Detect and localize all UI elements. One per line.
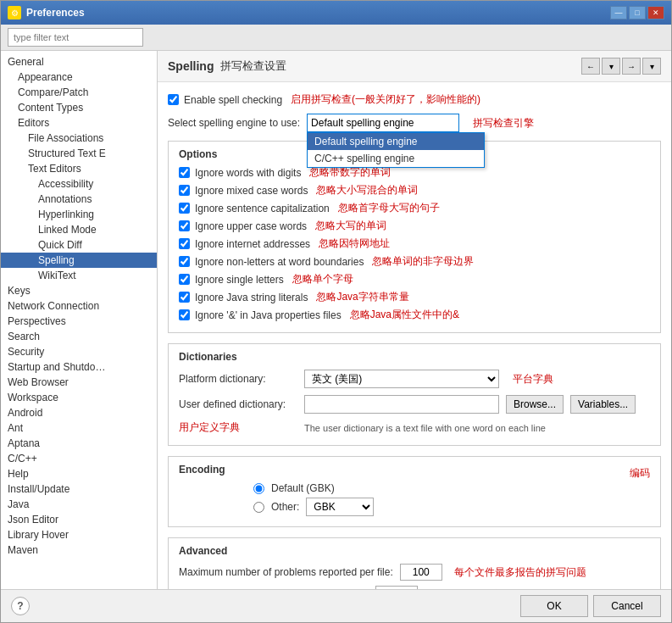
options-section: Options Ignore words with digits 忽略带数字的单… <box>168 141 661 333</box>
sidebar-item-accessibility[interactable]: Accessibility <box>1 176 157 192</box>
sidebar-item-keys[interactable]: Keys <box>1 283 157 298</box>
ignore-internet-label: Ignore internet addresses <box>195 238 310 250</box>
sidebar-item-editors[interactable]: Editors <box>1 115 157 131</box>
app-icon: ⚙ <box>8 6 21 19</box>
sidebar-item-spelling[interactable]: Spelling <box>1 253 157 268</box>
minimize-button[interactable]: — <box>610 6 627 19</box>
variables-button[interactable]: Variables... <box>570 395 636 414</box>
nav-menu-button[interactable]: ▾ <box>642 58 661 75</box>
sidebar-item-general[interactable]: General <box>1 54 157 70</box>
enable-spell-checkbox[interactable] <box>168 94 179 105</box>
ignore-ampersand-label: Ignore '&' in Java properties files <box>195 309 342 321</box>
max-proposals-cn: 最多的修正建议数 <box>430 587 511 590</box>
ignore-mixed-cn: 忽略大小写混合的单词 <box>316 183 418 197</box>
user-dict-input[interactable] <box>304 395 499 414</box>
sidebar-item-ant[interactable]: Ant <box>1 420 157 436</box>
sidebar-item-json-editor[interactable]: Json Editor <box>1 512 157 527</box>
ignore-ampersand-cn: 忽略Java属性文件中的& <box>350 308 459 322</box>
encoding-other-radio[interactable] <box>253 502 264 513</box>
sidebar-item-perspectives[interactable]: Perspectives <box>1 314 157 329</box>
ignore-java-string-checkbox[interactable] <box>179 292 190 303</box>
option-ignore-nonletters: Ignore non-letters at word boundaries 忽略… <box>179 254 650 269</box>
sidebar-item-linked-mode[interactable]: Linked Mode <box>1 222 157 237</box>
sidebar-item-java[interactable]: Java <box>1 497 157 512</box>
sidebar-item-file-associations[interactable]: File Associations <box>1 131 157 146</box>
sidebar-item-library-hover[interactable]: Library Hover <box>1 527 157 542</box>
sidebar-item-aptana[interactable]: Aptana <box>1 436 157 451</box>
ignore-mixed-checkbox[interactable] <box>179 185 190 196</box>
encoding-default-radio[interactable] <box>253 483 264 494</box>
option-ignore-sentence: Ignore sentence capitalization 忽略首字母大写的句… <box>179 201 650 215</box>
sidebar-item-workspace[interactable]: Workspace <box>1 390 157 405</box>
ok-button[interactable]: OK <box>520 595 588 617</box>
option-ignore-single: Ignore single letters 忽略单个字母 <box>179 272 650 286</box>
sidebar-item-quick-diff[interactable]: Quick Diff <box>1 237 157 253</box>
max-problems-row: Maximum number of problems reported per … <box>179 564 650 581</box>
user-dict-note: The user dictionary is a text file with … <box>304 423 546 433</box>
ignore-nonletters-checkbox[interactable] <box>179 256 190 267</box>
platform-dict-select[interactable]: 英文 (美国) <box>304 370 499 388</box>
user-dict-cn: 用户定义字典 <box>179 420 297 435</box>
ignore-java-string-label: Ignore Java string literals <box>195 292 308 303</box>
option-ignore-ampersand: Ignore '&' in Java properties files 忽略Ja… <box>179 308 650 322</box>
dropdown-button[interactable]: ▾ <box>602 58 620 75</box>
user-dict-cn-row: 用户定义字典 The user dictionary is a text fil… <box>179 420 636 435</box>
browse-button[interactable]: Browse... <box>506 395 564 414</box>
ignore-sentence-label: Ignore sentence capitalization <box>195 203 330 214</box>
filter-input[interactable] <box>8 28 143 47</box>
sidebar-item-help[interactable]: Help <box>1 466 157 481</box>
preferences-window: ⚙ Preferences — □ ✕ General Appearance C… <box>0 0 672 623</box>
ignore-ampersand-checkbox[interactable] <box>179 309 190 320</box>
sidebar-item-android[interactable]: Android <box>1 405 157 420</box>
encoding-section: Encoding 编码 Default (GBK) Other: GBK <box>168 456 661 527</box>
back-button[interactable]: ← <box>581 58 600 75</box>
forward-button[interactable]: → <box>622 58 641 75</box>
dropdown-item-default[interactable]: Default spelling engine <box>308 133 484 150</box>
sidebar-item-content-types[interactable]: Content Types <box>1 100 157 115</box>
maximize-button[interactable]: □ <box>629 6 646 19</box>
engine-select[interactable]: Default spelling engine C/C++ spelling e… <box>307 114 459 132</box>
sidebar-item-appearance[interactable]: Appearance <box>1 70 157 85</box>
user-dict-row: User defined dictionary: Browse... Varia… <box>179 395 636 414</box>
dict-title: Dictionaries <box>179 351 650 363</box>
encoding-other-select[interactable]: GBK <box>306 498 374 516</box>
sidebar-item-cplusplus[interactable]: C/C++ <box>1 451 157 466</box>
engine-row: Select spelling engine to use: Default s… <box>168 114 661 132</box>
ignore-single-checkbox[interactable] <box>179 274 190 285</box>
cancel-button[interactable]: Cancel <box>593 595 661 617</box>
platform-dict-label: Platform dictionary: <box>179 373 297 385</box>
sidebar-item-structured-text[interactable]: Structured Text E <box>1 146 157 161</box>
advanced-section: Advanced Maximum number of problems repo… <box>168 537 661 589</box>
ignore-upper-checkbox[interactable] <box>179 220 190 231</box>
sidebar-item-text-editors[interactable]: Text Editors <box>1 161 157 176</box>
help-button[interactable]: ? <box>11 597 30 615</box>
sidebar-item-security[interactable]: Security <box>1 344 157 359</box>
sidebar-item-maven[interactable]: Maven <box>1 542 157 558</box>
dropdown-item-cpp[interactable]: C/C++ spelling engine <box>308 150 484 167</box>
ignore-java-string-cn: 忽略Java字符串常量 <box>316 290 408 304</box>
ignore-digits-checkbox[interactable] <box>179 167 190 178</box>
sidebar-item-wikitext[interactable]: WikiText <box>1 268 157 283</box>
titlebar-left: ⚙ Preferences <box>8 6 85 19</box>
close-button[interactable]: ✕ <box>647 6 664 19</box>
max-proposals-input[interactable] <box>375 586 418 589</box>
main-content: General Appearance Compare/Patch Content… <box>1 51 671 589</box>
ignore-sentence-checkbox[interactable] <box>179 203 190 214</box>
ignore-mixed-label: Ignore mixed case words <box>195 185 308 197</box>
sidebar-item-search[interactable]: Search <box>1 329 157 344</box>
ignore-sentence-cn: 忽略首字母大写的句子 <box>338 201 440 215</box>
sidebar-item-startup-shutdown[interactable]: Startup and Shutdo… <box>1 359 157 375</box>
enable-spell-cn: 启用拼写检查(一般关闭好了，影响性能的) <box>291 92 480 107</box>
max-problems-input[interactable] <box>400 564 442 581</box>
sidebar-item-web-browser[interactable]: Web Browser <box>1 375 157 390</box>
engine-cn: 拼写检查引擎 <box>473 116 534 131</box>
content-header-titles: Spelling 拼写检查设置 <box>168 58 286 74</box>
sidebar-item-network-connection[interactable]: Network Connection <box>1 298 157 314</box>
ignore-nonletters-cn: 忽略单词的非字母边界 <box>372 254 474 269</box>
sidebar-item-install-update[interactable]: Install/Update <box>1 481 157 497</box>
sidebar-item-hyperlinking[interactable]: Hyperlinking <box>1 207 157 222</box>
sidebar-item-annotations[interactable]: Annotations <box>1 192 157 207</box>
ignore-internet-checkbox[interactable] <box>179 238 190 249</box>
ignore-digits-label: Ignore words with digits <box>195 167 301 179</box>
sidebar-item-compare-patch[interactable]: Compare/Patch <box>1 85 157 100</box>
